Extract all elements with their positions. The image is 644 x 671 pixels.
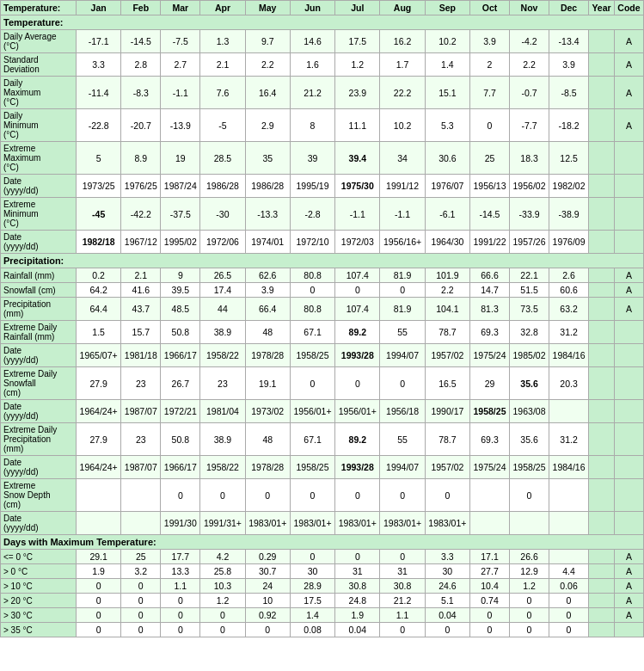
data-cell: [589, 344, 615, 367]
section-header: Days with Maximum Temperature:: [1, 535, 644, 550]
data-cell: 1983/01+: [290, 512, 334, 535]
data-cell: 1957/02: [425, 456, 469, 479]
data-cell: 13.3: [161, 564, 200, 579]
data-cell: 9: [161, 268, 200, 283]
data-cell: 17.5: [335, 30, 380, 53]
data-cell: 23: [121, 367, 161, 400]
data-cell: 17.1: [470, 550, 510, 564]
col-header-sep: Sep: [425, 1, 469, 15]
data-cell: 78.7: [425, 321, 469, 344]
data-cell: 2: [470, 53, 510, 77]
data-cell: -13.9: [161, 109, 200, 142]
data-cell: 2.2: [425, 283, 469, 298]
data-cell: 0.2: [77, 268, 121, 283]
data-cell: 107.4: [335, 268, 380, 283]
data-cell: 31.2: [549, 423, 589, 456]
data-cell: 107.4: [335, 298, 380, 321]
data-cell: 38.9: [200, 423, 245, 456]
data-cell: -1.1: [335, 198, 380, 231]
data-cell: 0.74: [470, 594, 510, 608]
data-cell: [589, 608, 615, 623]
data-cell: -14.5: [470, 198, 510, 231]
data-cell: -1.1: [161, 77, 200, 109]
data-cell: 0.08: [290, 623, 334, 637]
data-cell: -38.9: [549, 198, 589, 231]
data-cell: 12.5: [549, 142, 589, 175]
data-cell: 1967/12: [121, 231, 161, 254]
row-header: > 10 °C: [1, 579, 77, 594]
data-cell: 1.3: [200, 30, 245, 53]
data-cell: 0.29: [245, 550, 290, 564]
data-cell: [614, 479, 643, 512]
data-cell: 3.3: [425, 550, 469, 564]
data-cell: 67.1: [290, 321, 334, 344]
row-header: Date(yyyy/dd): [1, 231, 77, 254]
data-cell: 0: [380, 623, 425, 637]
data-cell: 0.92: [245, 608, 290, 623]
data-cell: 3.9: [470, 30, 510, 53]
data-cell: [589, 456, 615, 479]
data-cell: 1993/28: [335, 344, 380, 367]
data-cell: [470, 479, 510, 512]
data-cell: 0: [245, 623, 290, 637]
data-cell: 89.2: [335, 423, 380, 456]
data-cell: -11.4: [77, 77, 121, 109]
data-cell: 2.2: [510, 53, 549, 77]
data-cell: 1956/13: [470, 175, 510, 198]
data-cell: 1985/02: [510, 344, 549, 367]
data-cell: 0: [470, 608, 510, 623]
data-cell: 1958/25: [290, 344, 334, 367]
data-cell: 15.1: [425, 77, 469, 109]
data-cell: 30.8: [335, 579, 380, 594]
data-cell: 63.2: [549, 298, 589, 321]
data-cell: 1956/16+: [380, 231, 425, 254]
data-cell: -30: [200, 198, 245, 231]
data-cell: 39.5: [161, 283, 200, 298]
data-cell: 2.7: [161, 53, 200, 77]
data-cell: A: [614, 564, 643, 579]
data-cell: -8.5: [549, 77, 589, 109]
data-cell: 2.1: [200, 53, 245, 77]
data-cell: 23.9: [335, 77, 380, 109]
data-cell: 60.6: [549, 283, 589, 298]
data-cell: 28.9: [290, 579, 334, 594]
data-cell: 1993/28: [335, 456, 380, 479]
data-cell: 0: [510, 623, 549, 637]
data-cell: [589, 594, 615, 608]
data-cell: [589, 512, 615, 535]
data-cell: [589, 564, 615, 579]
data-cell: 0: [161, 594, 200, 608]
data-cell: -17.1: [77, 30, 121, 53]
data-cell: 0: [380, 367, 425, 400]
data-cell: 5: [77, 142, 121, 175]
data-cell: 1986/28: [245, 175, 290, 198]
data-cell: 0: [77, 608, 121, 623]
data-cell: 12.9: [510, 564, 549, 579]
data-cell: 0: [549, 608, 589, 623]
data-cell: 81.9: [380, 298, 425, 321]
data-cell: 0: [121, 579, 161, 594]
data-cell: 0: [290, 479, 334, 512]
data-cell: 22.1: [510, 268, 549, 283]
data-cell: [121, 479, 161, 512]
data-cell: 1957/02: [425, 344, 469, 367]
col-header-apr: Apr: [200, 1, 245, 15]
data-cell: 26.6: [510, 550, 549, 564]
data-cell: [614, 142, 643, 175]
data-cell: 1963/08: [510, 400, 549, 423]
data-cell: 21.2: [290, 77, 334, 109]
data-cell: 0: [77, 594, 121, 608]
data-cell: -5: [200, 109, 245, 142]
data-cell: 51.5: [510, 283, 549, 298]
data-cell: 1978/28: [245, 456, 290, 479]
data-cell: 1972/03: [335, 231, 380, 254]
col-header-jan: Jan: [77, 1, 121, 15]
data-cell: 43.7: [121, 298, 161, 321]
data-cell: -13.3: [245, 198, 290, 231]
data-cell: 1958/22: [200, 344, 245, 367]
data-cell: 1.2: [335, 53, 380, 77]
data-cell: 1975/24: [470, 456, 510, 479]
data-cell: [614, 623, 643, 637]
data-cell: 35.6: [510, 423, 549, 456]
data-cell: 64.4: [77, 298, 121, 321]
